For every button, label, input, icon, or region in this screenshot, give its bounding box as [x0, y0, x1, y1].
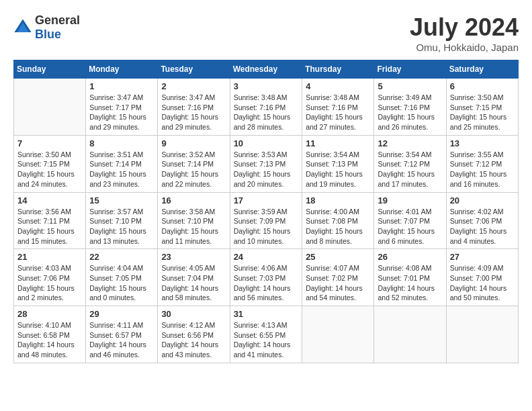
day-number: 7 — [17, 138, 82, 148]
cell-content: Sunrise: 4:12 AM Sunset: 6:56 PM Dayligh… — [161, 320, 226, 360]
weekday-header: Saturday — [446, 60, 518, 79]
logo: General Blue — [13, 13, 80, 42]
cell-content: Sunrise: 4:05 AM Sunset: 7:04 PM Dayligh… — [161, 263, 226, 303]
calendar-week-row: 7Sunrise: 3:50 AM Sunset: 7:15 PM Daylig… — [14, 135, 519, 192]
calendar-week-row: 14Sunrise: 3:56 AM Sunset: 7:11 PM Dayli… — [14, 192, 519, 249]
calendar-cell: 22Sunrise: 4:04 AM Sunset: 7:05 PM Dayli… — [86, 249, 158, 306]
calendar-cell: 27Sunrise: 4:09 AM Sunset: 7:00 PM Dayli… — [446, 249, 518, 306]
day-number: 23 — [161, 252, 226, 262]
logo-text: General Blue — [35, 13, 80, 42]
calendar-cell: 29Sunrise: 4:11 AM Sunset: 6:57 PM Dayli… — [86, 306, 158, 363]
cell-content: Sunrise: 4:06 AM Sunset: 7:03 PM Dayligh… — [234, 263, 299, 303]
logo-icon — [13, 18, 32, 37]
calendar-cell: 10Sunrise: 3:53 AM Sunset: 7:13 PM Dayli… — [230, 135, 302, 192]
month-title: July 2024 — [410, 13, 519, 42]
cell-content: Sunrise: 3:50 AM Sunset: 7:15 PM Dayligh… — [450, 93, 515, 132]
day-number: 31 — [234, 309, 299, 319]
cell-content: Sunrise: 3:47 AM Sunset: 7:17 PM Dayligh… — [89, 93, 154, 132]
cell-content: Sunrise: 3:52 AM Sunset: 7:14 PM Dayligh… — [161, 150, 226, 189]
cell-content: Sunrise: 4:02 AM Sunset: 7:06 PM Dayligh… — [450, 207, 515, 246]
cell-content: Sunrise: 4:04 AM Sunset: 7:05 PM Dayligh… — [89, 263, 154, 303]
calendar-cell: 3Sunrise: 3:48 AM Sunset: 7:16 PM Daylig… — [230, 79, 302, 136]
calendar-cell: 20Sunrise: 4:02 AM Sunset: 7:06 PM Dayli… — [446, 192, 518, 249]
cell-content: Sunrise: 4:09 AM Sunset: 7:00 PM Dayligh… — [450, 263, 515, 303]
day-number: 26 — [378, 252, 442, 262]
calendar-cell: 28Sunrise: 4:10 AM Sunset: 6:58 PM Dayli… — [14, 306, 86, 363]
cell-content: Sunrise: 4:11 AM Sunset: 6:57 PM Dayligh… — [89, 320, 154, 360]
calendar-week-row: 21Sunrise: 4:03 AM Sunset: 7:06 PM Dayli… — [14, 249, 519, 306]
calendar-cell: 13Sunrise: 3:55 AM Sunset: 7:12 PM Dayli… — [446, 135, 518, 192]
calendar: SundayMondayTuesdayWednesdayThursdayFrid… — [13, 60, 519, 363]
day-number: 6 — [450, 81, 515, 91]
day-number: 3 — [234, 81, 299, 91]
weekday-header: Sunday — [14, 60, 86, 79]
weekday-header: Tuesday — [158, 60, 230, 79]
day-number: 12 — [378, 138, 442, 148]
calendar-cell — [14, 79, 86, 136]
day-number: 17 — [234, 195, 299, 205]
calendar-cell: 7Sunrise: 3:50 AM Sunset: 7:15 PM Daylig… — [14, 135, 86, 192]
calendar-cell — [446, 306, 518, 363]
cell-content: Sunrise: 3:54 AM Sunset: 7:12 PM Dayligh… — [378, 150, 442, 189]
cell-content: Sunrise: 4:07 AM Sunset: 7:02 PM Dayligh… — [306, 263, 370, 303]
cell-content: Sunrise: 4:03 AM Sunset: 7:06 PM Dayligh… — [17, 263, 82, 303]
calendar-cell: 14Sunrise: 3:56 AM Sunset: 7:11 PM Dayli… — [14, 192, 86, 249]
cell-content: Sunrise: 3:54 AM Sunset: 7:13 PM Dayligh… — [306, 150, 370, 189]
calendar-cell: 31Sunrise: 4:13 AM Sunset: 6:55 PM Dayli… — [230, 306, 302, 363]
cell-content: Sunrise: 3:47 AM Sunset: 7:16 PM Dayligh… — [161, 93, 226, 132]
cell-content: Sunrise: 4:01 AM Sunset: 7:07 PM Dayligh… — [378, 207, 442, 246]
cell-content: Sunrise: 3:57 AM Sunset: 7:10 PM Dayligh… — [89, 207, 154, 246]
day-number: 5 — [378, 81, 442, 91]
calendar-cell — [374, 306, 446, 363]
title-area: July 2024 Omu, Hokkaido, Japan — [410, 13, 519, 53]
cell-content: Sunrise: 3:59 AM Sunset: 7:09 PM Dayligh… — [234, 207, 299, 246]
day-number: 22 — [89, 252, 154, 262]
day-number: 16 — [161, 195, 226, 205]
calendar-cell: 16Sunrise: 3:58 AM Sunset: 7:10 PM Dayli… — [158, 192, 230, 249]
calendar-cell — [302, 306, 374, 363]
calendar-cell: 2Sunrise: 3:47 AM Sunset: 7:16 PM Daylig… — [158, 79, 230, 136]
weekday-header: Thursday — [302, 60, 374, 79]
day-number: 20 — [450, 195, 515, 205]
weekday-header: Friday — [374, 60, 446, 79]
day-number: 1 — [89, 81, 154, 91]
calendar-cell: 30Sunrise: 4:12 AM Sunset: 6:56 PM Dayli… — [158, 306, 230, 363]
calendar-cell: 9Sunrise: 3:52 AM Sunset: 7:14 PM Daylig… — [158, 135, 230, 192]
calendar-cell: 11Sunrise: 3:54 AM Sunset: 7:13 PM Dayli… — [302, 135, 374, 192]
day-number: 2 — [161, 81, 226, 91]
calendar-cell: 18Sunrise: 4:00 AM Sunset: 7:08 PM Dayli… — [302, 192, 374, 249]
calendar-header-row: SundayMondayTuesdayWednesdayThursdayFrid… — [14, 60, 519, 79]
cell-content: Sunrise: 3:53 AM Sunset: 7:13 PM Dayligh… — [234, 150, 299, 189]
day-number: 24 — [234, 252, 299, 262]
calendar-cell: 26Sunrise: 4:08 AM Sunset: 7:01 PM Dayli… — [374, 249, 446, 306]
calendar-cell: 4Sunrise: 3:48 AM Sunset: 7:16 PM Daylig… — [302, 79, 374, 136]
day-number: 27 — [450, 252, 515, 262]
logo-blue: Blue — [35, 28, 80, 42]
cell-content: Sunrise: 4:13 AM Sunset: 6:55 PM Dayligh… — [234, 320, 299, 360]
day-number: 14 — [17, 195, 82, 205]
cell-content: Sunrise: 3:48 AM Sunset: 7:16 PM Dayligh… — [306, 93, 370, 132]
day-number: 11 — [306, 138, 370, 148]
day-number: 30 — [161, 309, 226, 319]
calendar-cell: 6Sunrise: 3:50 AM Sunset: 7:15 PM Daylig… — [446, 79, 518, 136]
calendar-cell: 5Sunrise: 3:49 AM Sunset: 7:16 PM Daylig… — [374, 79, 446, 136]
calendar-cell: 25Sunrise: 4:07 AM Sunset: 7:02 PM Dayli… — [302, 249, 374, 306]
day-number: 13 — [450, 138, 515, 148]
cell-content: Sunrise: 3:50 AM Sunset: 7:15 PM Dayligh… — [17, 150, 82, 189]
calendar-week-row: 1Sunrise: 3:47 AM Sunset: 7:17 PM Daylig… — [14, 79, 519, 136]
day-number: 4 — [306, 81, 370, 91]
weekday-header: Monday — [86, 60, 158, 79]
calendar-week-row: 28Sunrise: 4:10 AM Sunset: 6:58 PM Dayli… — [14, 306, 519, 363]
location: Omu, Hokkaido, Japan — [410, 42, 519, 53]
day-number: 29 — [89, 309, 154, 319]
day-number: 19 — [378, 195, 442, 205]
weekday-header: Wednesday — [230, 60, 302, 79]
cell-content: Sunrise: 4:00 AM Sunset: 7:08 PM Dayligh… — [306, 207, 370, 246]
day-number: 15 — [89, 195, 154, 205]
header: General Blue July 2024 Omu, Hokkaido, Ja… — [13, 13, 519, 53]
cell-content: Sunrise: 3:58 AM Sunset: 7:10 PM Dayligh… — [161, 207, 226, 246]
calendar-cell: 15Sunrise: 3:57 AM Sunset: 7:10 PM Dayli… — [86, 192, 158, 249]
day-number: 28 — [17, 309, 82, 319]
day-number: 18 — [306, 195, 370, 205]
cell-content: Sunrise: 3:49 AM Sunset: 7:16 PM Dayligh… — [378, 93, 442, 132]
